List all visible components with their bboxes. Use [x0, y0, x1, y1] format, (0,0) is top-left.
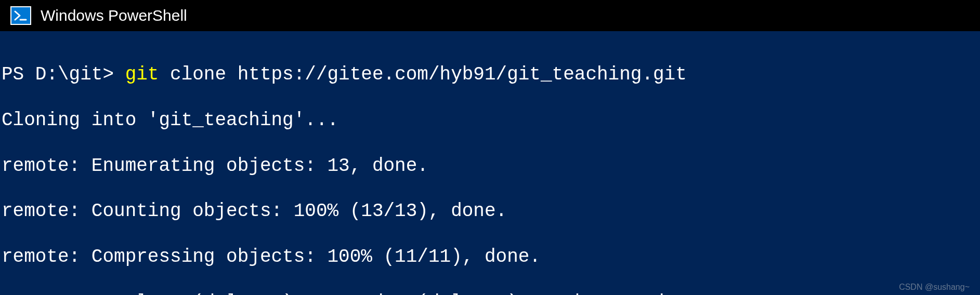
powershell-icon	[10, 6, 31, 25]
terminal-line: PS D:\git> git clone https://gitee.com/h…	[2, 63, 980, 86]
terminal-line: remote: Counting objects: 100% (13/13), …	[2, 200, 980, 223]
command-name: git	[125, 64, 159, 85]
watermark: CSDN @sushang~	[899, 283, 970, 292]
titlebar: Windows PowerShell	[0, 0, 980, 31]
terminal-output[interactable]: PS D:\git> git clone https://gitee.com/h…	[0, 31, 980, 295]
terminal-line: remote: Enumerating objects: 13, done.	[2, 155, 980, 178]
terminal-line: remote: Compressing objects: 100% (11/11…	[2, 246, 980, 269]
command-args: clone https://gitee.com/hyb91/git_teachi…	[159, 64, 686, 85]
prompt: PS D:\git>	[2, 64, 125, 85]
terminal-line: remote: Total 13 (delta 3), reused 0 (de…	[2, 291, 980, 295]
window-title: Windows PowerShell	[41, 7, 187, 24]
terminal-line: Cloning into 'git_teaching'...	[2, 109, 980, 132]
